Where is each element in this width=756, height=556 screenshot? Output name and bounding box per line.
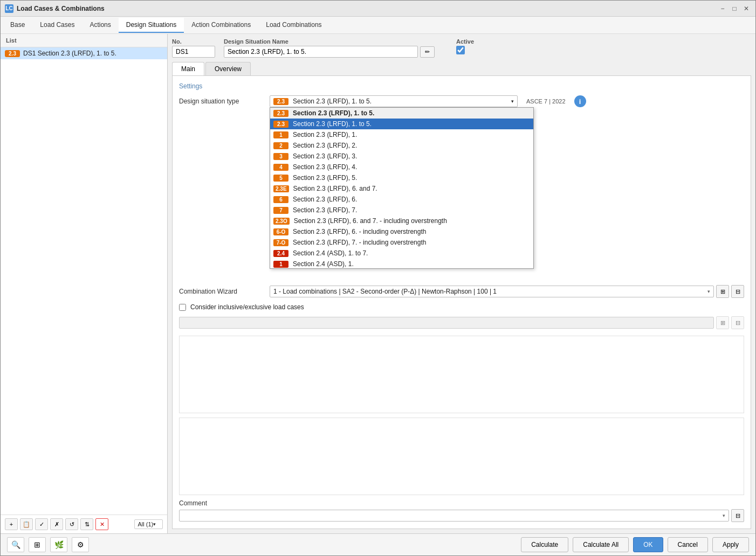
active-checkbox[interactable]	[456, 46, 465, 54]
combination-wizard-field: 1 - Load combinations | SA2 - Second-ord…	[270, 285, 744, 298]
design-situation-dropdown-btn[interactable]: 2.3 Section 2.3 (LRFD), 1. to 5. ▾	[270, 95, 518, 107]
sidebar-list: 2.3 DS1 Section 2.3 (LRFD), 1. to 5.	[1, 47, 167, 515]
filter-label: All (1)	[138, 521, 154, 527]
dropdown-item[interactable]: 2.3 Section 2.3 (LRFD), 1. to 5.	[270, 119, 533, 129]
tab-action-combinations[interactable]: Action Combinations	[184, 18, 258, 33]
tab-main[interactable]: Main	[172, 62, 204, 75]
item-text: Section 2.3 (LRFD), 1. to 5.	[293, 120, 372, 128]
dropdown-selected-badge: 2.3	[273, 98, 288, 105]
item-badge: 2.3	[273, 121, 288, 128]
dropdown-item[interactable]: 4 Section 2.3 (LRFD), 4.	[270, 162, 533, 172]
import-button[interactable]: 📋	[20, 518, 33, 530]
calculate-button[interactable]: Calculate	[521, 537, 568, 552]
uncheck-button[interactable]: ✗	[50, 518, 63, 530]
tab-actions[interactable]: Actions	[82, 18, 118, 33]
item-badge: 2	[273, 142, 288, 149]
window-controls: − □ ✕	[718, 4, 751, 13]
item-text: Section 2.3 (LRFD), 7.	[293, 206, 357, 214]
chevron-down-icon: ▾	[511, 99, 514, 104]
wizard-copy-button[interactable]: ⊟	[731, 285, 744, 298]
item-badge: 4	[273, 164, 288, 171]
edit-name-button[interactable]: ✏	[420, 46, 435, 58]
refresh-button[interactable]: ↺	[65, 518, 78, 530]
item-badge: 2.3O	[273, 218, 290, 225]
chevron-down-icon: ▾	[153, 522, 156, 527]
dropdown-item[interactable]: 2.3O Section 2.3 (LRFD), 6. and 7. - inc…	[270, 216, 533, 226]
inclusive-new-button[interactable]: ⊞	[716, 316, 729, 329]
sidebar-filter[interactable]: All (1) ▾	[134, 519, 163, 529]
settings-tool-button[interactable]: ⚙	[72, 537, 89, 552]
no-input[interactable]	[172, 46, 215, 58]
sort-button[interactable]: ⇅	[80, 518, 93, 530]
app-icon: LC	[5, 4, 13, 13]
grid-tool-button[interactable]: ⊞	[29, 537, 46, 552]
content-area: List 2.3 DS1 Section 2.3 (LRFD), 1. to 5…	[1, 34, 755, 533]
inclusive-input-row: ⊞ ⊟	[179, 316, 744, 329]
main-window: LC Load Cases & Combinations − □ ✕ Base …	[0, 0, 756, 556]
inclusive-copy-button[interactable]: ⊟	[731, 316, 744, 329]
bottom-toolbar: 🔍 ⊞ 🌿 ⚙ Calculate Calculate All OK Cance…	[1, 533, 755, 555]
dropdown-item[interactable]: 2.3E Section 2.3 (LRFD), 6. and 7.	[270, 183, 533, 194]
item-badge: 7	[273, 207, 288, 214]
dropdown-item[interactable]: 1 Section 2.3 (LRFD), 1.	[270, 129, 533, 140]
sidebar: List 2.3 DS1 Section 2.3 (LRFD), 1. to 5…	[1, 34, 168, 533]
tab-load-combinations[interactable]: Load Combinations	[258, 18, 329, 33]
item-badge: 2.3E	[273, 185, 289, 192]
empty-area-1	[179, 336, 744, 413]
no-group: No.	[172, 38, 215, 58]
add-button[interactable]: +	[5, 518, 18, 530]
item-text: Section 2.3 (LRFD), 4.	[293, 163, 357, 171]
item-text: Section 2.3 (LRFD), 1. to 5.	[293, 109, 374, 117]
item-badge: 2.3	[273, 110, 288, 117]
dropdown-item[interactable]: 3 Section 2.3 (LRFD), 3.	[270, 151, 533, 162]
combination-wizard-input[interactable]: 1 - Load combinations | SA2 - Second-ord…	[270, 286, 714, 297]
dropdown-item[interactable]: 2.3 Section 2.3 (LRFD), 1. to 5.	[270, 108, 533, 119]
sub-tabs: Main Overview	[172, 62, 751, 75]
dropdown-item[interactable]: 6 Section 2.3 (LRFD), 6.	[270, 194, 533, 205]
apply-button[interactable]: Apply	[712, 537, 749, 552]
dropdown-item[interactable]: 6-O Section 2.3 (LRFD), 6. - including o…	[270, 226, 533, 237]
tab-load-cases[interactable]: Load Cases	[32, 18, 82, 33]
tab-overview[interactable]: Overview	[205, 62, 251, 75]
design-situation-type-row: Design situation type 2.3 Section 2.3 (L…	[179, 95, 744, 107]
no-label: No.	[172, 38, 215, 45]
minimize-button[interactable]: −	[718, 4, 727, 13]
window-title: Load Cases & Combinations	[17, 5, 718, 12]
ok-button[interactable]: OK	[633, 537, 663, 552]
comment-copy-button[interactable]: ⊟	[731, 509, 744, 522]
dropdown-item[interactable]: 2.4 Section 2.4 (ASD), 1. to 7.	[270, 248, 533, 259]
search-tool-button[interactable]: 🔍	[7, 537, 24, 552]
chevron-down-icon: ▾	[723, 513, 725, 518]
tab-design-situations[interactable]: Design Situations	[119, 18, 184, 33]
maximize-button[interactable]: □	[730, 4, 739, 13]
dropdown-item[interactable]: 2 Section 2.3 (LRFD), 2.	[270, 140, 533, 151]
item-badge: 2.4	[273, 250, 288, 257]
item-badge: 2.3	[5, 50, 20, 57]
tree-tool-button[interactable]: 🌿	[50, 537, 67, 552]
item-badge: 7-O	[273, 239, 288, 246]
item-badge: 1	[273, 131, 288, 138]
calculate-all-button[interactable]: Calculate All	[573, 537, 629, 552]
item-text: Section 2.3 (LRFD), 5.	[293, 174, 357, 182]
list-item[interactable]: 2.3 DS1 Section 2.3 (LRFD), 1. to 5.	[1, 47, 167, 59]
close-button[interactable]: ✕	[741, 4, 751, 13]
dropdown-item[interactable]: 1 Section 2.4 (ASD), 1.	[270, 259, 533, 269]
info-button[interactable]: i	[574, 95, 586, 107]
dropdown-item[interactable]: 7 Section 2.3 (LRFD), 7.	[270, 205, 533, 216]
name-input[interactable]	[224, 46, 418, 58]
cancel-button[interactable]: Cancel	[668, 537, 708, 552]
sidebar-header: List	[1, 34, 167, 47]
dropdown-item[interactable]: 5 Section 2.3 (LRFD), 5.	[270, 172, 533, 183]
wizard-new-button[interactable]: ⊞	[716, 285, 729, 298]
comment-input[interactable]: ▾	[179, 510, 729, 522]
check-button[interactable]: ✓	[35, 518, 48, 530]
dropdown-item[interactable]: 7-O Section 2.3 (LRFD), 7. - including o…	[270, 237, 533, 248]
meta-row: No. Design Situation Name ✏ Active	[172, 38, 751, 58]
tab-base[interactable]: Base	[3, 18, 32, 33]
combination-wizard-label: Combination Wizard	[179, 288, 265, 295]
active-label: Active	[456, 38, 474, 45]
delete-button[interactable]: ✕	[95, 518, 108, 530]
consider-inclusive-checkbox[interactable]	[179, 304, 186, 311]
action-buttons: Calculate Calculate All OK Cancel Apply	[521, 537, 749, 552]
item-badge: 6	[273, 196, 288, 203]
